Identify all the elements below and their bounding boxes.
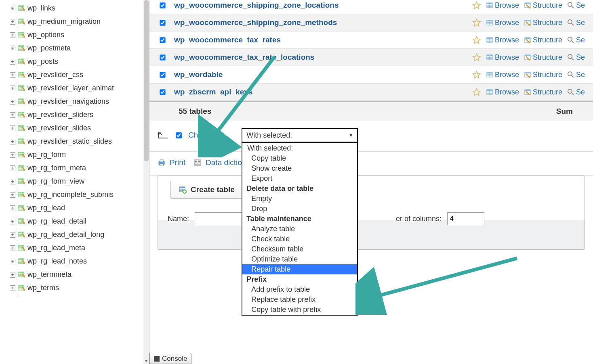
sidebar-item-wp_revslider_sliders[interactable]: +wp_revslider_sliders xyxy=(0,108,149,121)
create-table-button[interactable]: Create table xyxy=(170,181,243,199)
table-name-link[interactable]: wp_woocommerce_tax_rates xyxy=(174,36,472,44)
search-link[interactable]: Se xyxy=(567,19,585,27)
expand-icon[interactable]: + xyxy=(10,32,15,38)
dd-optimize[interactable]: Optimize table xyxy=(242,254,357,264)
search-link[interactable]: Se xyxy=(567,71,585,79)
browse-link[interactable]: Browse xyxy=(486,19,519,27)
browse-link[interactable]: Browse xyxy=(486,36,519,44)
check-all-checkbox[interactable] xyxy=(176,132,182,138)
row-checkbox[interactable] xyxy=(160,89,165,95)
search-link[interactable]: Se xyxy=(567,53,585,62)
expand-icon[interactable]: + xyxy=(10,205,15,211)
sidebar-item-wp_rg_form_meta[interactable]: +wp_rg_form_meta xyxy=(0,161,149,175)
sidebar-item-wp_posts[interactable]: +wp_posts xyxy=(0,55,149,68)
sidebar-item-wp_terms[interactable]: +wp_terms xyxy=(0,281,149,295)
sidebar-item-wp_rg_lead_detail_long[interactable]: +wp_rg_lead_detail_long xyxy=(0,228,149,241)
expand-icon[interactable]: + xyxy=(10,46,15,51)
expand-icon[interactable]: + xyxy=(10,59,15,65)
sidebar-scrollbar[interactable]: ▾ xyxy=(143,0,149,364)
expand-icon[interactable]: + xyxy=(10,272,15,278)
expand-icon[interactable]: + xyxy=(10,165,15,171)
structure-link[interactable]: Structure xyxy=(524,53,562,62)
sidebar-item-wp_revslider_slides[interactable]: +wp_revslider_slides xyxy=(0,121,149,135)
sidebar-item-wp_rg_incomplete_submis[interactable]: +wp_rg_incomplete_submis xyxy=(0,188,149,201)
dd-replace-prefix[interactable]: Replace table prefix xyxy=(242,295,357,305)
expand-icon[interactable]: + xyxy=(10,99,15,105)
sidebar-item-wp_revslider_layer_animat[interactable]: +wp_revslider_layer_animat xyxy=(0,82,149,95)
dd-check[interactable]: Check table xyxy=(242,234,357,244)
search-link[interactable]: Se xyxy=(567,1,585,10)
favorite-star-icon[interactable] xyxy=(472,1,481,10)
search-link[interactable]: Se xyxy=(567,36,585,44)
favorite-star-icon[interactable] xyxy=(472,88,481,96)
dd-export[interactable]: Export xyxy=(242,174,357,184)
search-link[interactable]: Se xyxy=(567,88,585,96)
structure-link[interactable]: Structure xyxy=(524,71,562,79)
sidebar-item-wp_revslider_css[interactable]: +wp_revslider_css xyxy=(0,68,149,82)
check-all-label[interactable]: Check all xyxy=(188,131,220,140)
row-checkbox[interactable] xyxy=(160,72,165,77)
dd-add-prefix[interactable]: Add prefix to table xyxy=(242,285,357,295)
expand-icon[interactable]: + xyxy=(10,126,15,131)
row-checkbox[interactable] xyxy=(160,20,165,25)
dd-with-selected[interactable]: With selected: xyxy=(242,143,357,153)
favorite-star-icon[interactable] xyxy=(472,18,481,27)
structure-link[interactable]: Structure xyxy=(524,36,562,44)
sidebar-item-wp_rg_lead_meta[interactable]: +wp_rg_lead_meta xyxy=(0,241,149,255)
browse-link[interactable]: Browse xyxy=(486,88,519,96)
structure-link[interactable]: Structure xyxy=(524,19,562,27)
table-name-link[interactable]: wp_woocommerce_tax_rate_locations xyxy=(174,53,472,62)
favorite-star-icon[interactable] xyxy=(472,53,481,62)
columns-count-input[interactable] xyxy=(447,212,484,225)
row-checkbox[interactable] xyxy=(160,37,165,43)
dd-analyze[interactable]: Analyze table xyxy=(242,224,357,234)
expand-icon[interactable]: + xyxy=(10,86,15,91)
browse-link[interactable]: Browse xyxy=(486,71,519,79)
expand-icon[interactable]: + xyxy=(10,6,15,11)
sidebar-item-wp_postmeta[interactable]: +wp_postmeta xyxy=(0,42,149,55)
expand-icon[interactable]: + xyxy=(10,72,15,78)
dd-copy-prefix[interactable]: Copy table with prefix xyxy=(242,305,357,315)
scrollbar-down-arrow-icon[interactable]: ▾ xyxy=(143,358,149,364)
sidebar-item-wp_rg_lead[interactable]: +wp_rg_lead xyxy=(0,201,149,215)
expand-icon[interactable]: + xyxy=(10,112,15,118)
browse-link[interactable]: Browse xyxy=(486,1,519,10)
expand-icon[interactable]: + xyxy=(10,19,15,25)
expand-icon[interactable]: + xyxy=(10,259,15,264)
structure-link[interactable]: Structure xyxy=(524,88,562,96)
with-selected-dropdown[interactable]: With selected: xyxy=(242,128,358,142)
sidebar-item-wp_rg_form_view[interactable]: +wp_rg_form_view xyxy=(0,175,149,188)
sidebar-item-wp_revslider_navigations[interactable]: +wp_revslider_navigations xyxy=(0,95,149,108)
dd-copy-table[interactable]: Copy table xyxy=(242,153,357,163)
expand-icon[interactable]: + xyxy=(10,285,15,291)
row-checkbox[interactable] xyxy=(160,54,165,60)
dd-drop[interactable]: Drop xyxy=(242,204,357,214)
print-link[interactable]: Print xyxy=(170,158,185,167)
sidebar-item-wp_rg_lead_notes[interactable]: +wp_rg_lead_notes xyxy=(0,255,149,268)
dd-empty[interactable]: Empty xyxy=(242,194,357,204)
table-name-link[interactable]: wp_woocommerce_shipping_zone_locations xyxy=(174,1,472,10)
console-button[interactable]: Console xyxy=(149,353,191,364)
table-name-link[interactable]: wp_woocommerce_shipping_zone_methods xyxy=(174,18,472,27)
expand-icon[interactable]: + xyxy=(10,219,15,224)
favorite-star-icon[interactable] xyxy=(472,70,481,79)
sidebar-item-wp_revslider_static_slides[interactable]: +wp_revslider_static_slides xyxy=(0,135,149,148)
dd-checksum[interactable]: Checksum table xyxy=(242,244,357,254)
table-name-link[interactable]: wp_wordable xyxy=(174,70,472,79)
browse-link[interactable]: Browse xyxy=(486,53,519,62)
expand-icon[interactable]: + xyxy=(10,152,15,158)
dd-repair[interactable]: Repair table xyxy=(242,264,357,274)
expand-icon[interactable]: + xyxy=(10,192,15,198)
expand-icon[interactable]: + xyxy=(10,245,15,251)
sidebar-item-wp_rg_lead_detail[interactable]: +wp_rg_lead_detail xyxy=(0,215,149,228)
expand-icon[interactable]: + xyxy=(10,139,15,144)
structure-link[interactable]: Structure xyxy=(524,1,562,10)
sidebar-item-wp_options[interactable]: +wp_options xyxy=(0,28,149,42)
expand-icon[interactable]: + xyxy=(10,179,15,184)
sidebar-item-wp_medium_migration[interactable]: +wp_medium_migration xyxy=(0,15,149,28)
expand-icon[interactable]: + xyxy=(10,232,15,238)
sidebar-item-wp_termmeta[interactable]: +wp_termmeta xyxy=(0,268,149,281)
table-name-link[interactable]: wp_zbscrm_api_keys xyxy=(174,88,472,96)
with-selected-menu[interactable]: With selected: Copy table Show create Ex… xyxy=(242,142,358,316)
favorite-star-icon[interactable] xyxy=(472,36,481,44)
